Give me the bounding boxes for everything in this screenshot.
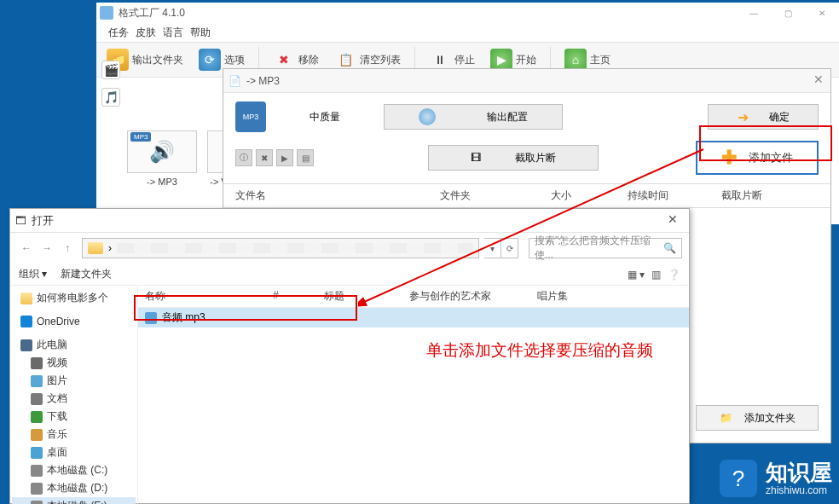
tree-disk-e[interactable]: 本地磁盘 (E:) <box>12 497 136 504</box>
tree-label: 此电脑 <box>37 338 67 352</box>
delete-button[interactable]: ✖ <box>256 149 273 166</box>
image-icon <box>31 375 43 387</box>
gear-icon: ⟳ <box>199 49 221 71</box>
col-title[interactable]: 标题 <box>324 289 409 304</box>
disk-icon <box>31 501 43 505</box>
col-track[interactable]: # <box>273 289 324 304</box>
address-bar[interactable]: › <box>82 238 479 258</box>
disk-icon <box>31 483 43 495</box>
open-close-button[interactable]: ✕ <box>662 212 684 226</box>
quality-label: 中质量 <box>278 110 372 125</box>
pc-icon <box>20 339 32 351</box>
app-title: 格式工厂 4.1.0 <box>119 6 185 20</box>
refresh-button[interactable]: ⟳ <box>501 238 518 258</box>
col-size[interactable]: 大小 <box>551 188 619 203</box>
disk-icon <box>31 465 43 477</box>
tree-label: 图片 <box>47 374 67 388</box>
play-button[interactable]: ▶ <box>276 149 293 166</box>
menu-help[interactable]: 帮助 <box>190 26 211 40</box>
organize-button[interactable]: 组织 ▾ <box>19 267 47 281</box>
annotation-text: 单击添加文件选择要压缩的音频 <box>426 339 653 362</box>
tree-onedrive[interactable]: OneDrive <box>12 314 136 329</box>
col-duration[interactable]: 持续时间 <box>628 188 713 203</box>
back-button[interactable]: ← <box>17 239 36 258</box>
format-card-mp3[interactable]: MP3🔊 -> MP3 <box>127 130 197 187</box>
mp3-close-button[interactable]: ✕ <box>813 72 824 86</box>
tree-disk-d[interactable]: 本地磁盘 (D:) <box>12 479 136 497</box>
breadcrumb-sep: › <box>108 242 112 254</box>
doc-icon <box>31 393 43 405</box>
menu-skin[interactable]: 皮肤 <box>136 26 156 40</box>
tree-label: 如何将电影多个 <box>37 291 108 305</box>
maximize-button[interactable]: ▢ <box>771 3 805 23</box>
plus-icon: ✚ <box>721 147 737 169</box>
col-folder[interactable]: 文件夹 <box>440 188 542 203</box>
add-file-button[interactable]: ✚ 添加文件 <box>696 141 819 175</box>
col-name[interactable]: 名称 <box>145 289 273 304</box>
address-blurred <box>117 243 473 253</box>
arrow-right-icon: ➜ <box>738 109 749 125</box>
up-button[interactable]: ↑ <box>58 239 77 258</box>
tree-label: 文档 <box>47 391 67 406</box>
tree-label: 下载 <box>47 409 67 424</box>
tree-this-pc[interactable]: 此电脑 <box>12 336 136 354</box>
list-button[interactable]: ▤ <box>297 149 314 166</box>
help-button[interactable]: ❔ <box>668 269 680 281</box>
new-folder-button[interactable]: 新建文件夹 <box>61 267 112 281</box>
info-button[interactable]: ⓘ <box>235 149 252 166</box>
col-clip[interactable]: 截取片断 <box>721 188 790 203</box>
tree-music[interactable]: 音乐 <box>12 426 136 443</box>
tree-label: 音乐 <box>47 427 67 442</box>
video-icon <box>31 357 43 369</box>
tree-folder[interactable]: 如何将电影多个 <box>12 289 136 307</box>
col-album[interactable]: 唱片集 <box>537 289 605 304</box>
start-label: 开始 <box>516 53 536 67</box>
minimize-button[interactable]: — <box>737 3 771 23</box>
output-config-button[interactable]: 输出配置 <box>384 104 563 130</box>
menu-task[interactable]: 任务 <box>108 26 129 40</box>
watermark: ? 知识屋 zhishiwu.com <box>720 460 832 497</box>
file-row[interactable]: 音频.mp3 <box>138 308 689 327</box>
tree-documents[interactable]: 文档 <box>12 390 136 408</box>
remove-label: 移除 <box>298 53 319 67</box>
open-titlebar: 🗔 打开 ✕ <box>10 209 689 233</box>
speaker-icon: 🔊 <box>149 140 175 164</box>
add-folder-label: 添加文件夹 <box>744 411 796 426</box>
tree-disk-c[interactable]: 本地磁盘 (C:) <box>12 461 136 479</box>
output-config-label: 输出配置 <box>487 110 528 125</box>
sidebar-icons: 🎬 🎵 <box>101 61 120 107</box>
badge-label: MP3 <box>130 132 151 142</box>
file-list: 名称 # 标题 参与创作的艺术家 唱片集 音频.mp3 <box>138 286 689 504</box>
tree-desktop[interactable]: 桌面 <box>12 443 136 461</box>
doc-icon: 📄 <box>229 75 241 87</box>
tree-pictures[interactable]: 图片 <box>12 372 136 390</box>
brand-icon: ? <box>720 460 757 497</box>
brand-name: 知识屋 <box>766 461 832 485</box>
audio-file-icon <box>145 312 157 324</box>
clip-button[interactable]: 🎞 截取片断 <box>428 145 599 171</box>
add-folder-button[interactable]: 📁 添加文件夹 <box>696 405 819 431</box>
preview-pane-button[interactable]: ▥ <box>651 269 661 281</box>
tree-label: 本地磁盘 (C:) <box>47 463 107 478</box>
tree-videos[interactable]: 视频 <box>12 354 136 372</box>
folder-icon <box>20 293 32 304</box>
view-options-button[interactable]: ▦ ▾ <box>628 269 645 281</box>
output-folder-label: 输出文件夹 <box>132 53 183 67</box>
open-title-label: 打开 <box>32 213 54 229</box>
ok-button[interactable]: ➜ 确定 <box>708 104 819 130</box>
tree-label: 桌面 <box>47 445 67 460</box>
menubar: 任务 皮肤 语言 帮助 <box>96 23 839 42</box>
forward-button[interactable]: → <box>38 239 56 258</box>
menu-language[interactable]: 语言 <box>163 26 183 40</box>
close-button[interactable]: ✕ <box>805 3 839 23</box>
audio-category-icon[interactable]: 🎵 <box>101 88 120 107</box>
search-input[interactable]: 搜索"怎么把音频文件压缩使... 🔍 <box>529 238 682 258</box>
col-artist[interactable]: 参与创作的艺术家 <box>409 289 537 304</box>
col-filename[interactable]: 文件名 <box>235 188 431 203</box>
search-placeholder: 搜索"怎么把音频文件压缩使... <box>535 234 663 263</box>
mp3-title-label: -> MP3 <box>246 75 280 87</box>
dropdown-button[interactable]: ▾ <box>484 238 501 258</box>
video-category-icon[interactable]: 🎬 <box>101 61 120 79</box>
tree-downloads[interactable]: 下载 <box>12 408 136 426</box>
app-small-icon: 🗔 <box>15 214 26 227</box>
